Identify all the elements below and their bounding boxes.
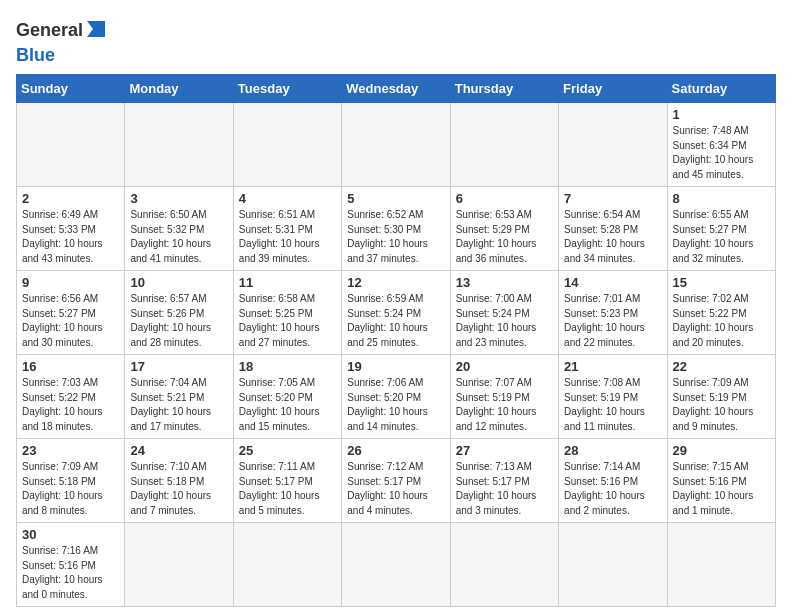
calendar-day: 7Sunrise: 6:54 AM Sunset: 5:28 PM Daylig…: [559, 187, 667, 271]
calendar-day: 26Sunrise: 7:12 AM Sunset: 5:17 PM Dayli…: [342, 439, 450, 523]
day-info: Sunrise: 7:48 AM Sunset: 6:34 PM Dayligh…: [673, 124, 770, 182]
calendar-day: 18Sunrise: 7:05 AM Sunset: 5:20 PM Dayli…: [233, 355, 341, 439]
calendar-day: 13Sunrise: 7:00 AM Sunset: 5:24 PM Dayli…: [450, 271, 558, 355]
calendar-header-row: SundayMondayTuesdayWednesdayThursdayFrid…: [17, 75, 776, 103]
calendar-day: 21Sunrise: 7:08 AM Sunset: 5:19 PM Dayli…: [559, 355, 667, 439]
calendar-day: 1Sunrise: 7:48 AM Sunset: 6:34 PM Daylig…: [667, 103, 775, 187]
day-info: Sunrise: 6:56 AM Sunset: 5:27 PM Dayligh…: [22, 292, 119, 350]
calendar-day: [450, 523, 558, 607]
day-number: 25: [239, 443, 336, 458]
calendar-week-4: 16Sunrise: 7:03 AM Sunset: 5:22 PM Dayli…: [17, 355, 776, 439]
calendar-day: 19Sunrise: 7:06 AM Sunset: 5:20 PM Dayli…: [342, 355, 450, 439]
day-header-monday: Monday: [125, 75, 233, 103]
day-number: 6: [456, 191, 553, 206]
header: GeneralBlue: [16, 16, 776, 66]
day-header-thursday: Thursday: [450, 75, 558, 103]
calendar-day: 29Sunrise: 7:15 AM Sunset: 5:16 PM Dayli…: [667, 439, 775, 523]
day-info: Sunrise: 7:10 AM Sunset: 5:18 PM Dayligh…: [130, 460, 227, 518]
logo-blue: Blue: [16, 45, 55, 66]
calendar-day: 4Sunrise: 6:51 AM Sunset: 5:31 PM Daylig…: [233, 187, 341, 271]
day-info: Sunrise: 7:16 AM Sunset: 5:16 PM Dayligh…: [22, 544, 119, 602]
calendar-day: [125, 103, 233, 187]
day-info: Sunrise: 7:05 AM Sunset: 5:20 PM Dayligh…: [239, 376, 336, 434]
calendar-day: [17, 103, 125, 187]
day-number: 14: [564, 275, 661, 290]
logo: GeneralBlue: [16, 20, 107, 66]
calendar-day: [233, 103, 341, 187]
day-info: Sunrise: 7:04 AM Sunset: 5:21 PM Dayligh…: [130, 376, 227, 434]
day-info: Sunrise: 6:58 AM Sunset: 5:25 PM Dayligh…: [239, 292, 336, 350]
day-info: Sunrise: 7:14 AM Sunset: 5:16 PM Dayligh…: [564, 460, 661, 518]
day-number: 4: [239, 191, 336, 206]
day-number: 1: [673, 107, 770, 122]
day-info: Sunrise: 6:59 AM Sunset: 5:24 PM Dayligh…: [347, 292, 444, 350]
day-number: 15: [673, 275, 770, 290]
day-number: 8: [673, 191, 770, 206]
calendar-day: 12Sunrise: 6:59 AM Sunset: 5:24 PM Dayli…: [342, 271, 450, 355]
day-header-wednesday: Wednesday: [342, 75, 450, 103]
day-number: 10: [130, 275, 227, 290]
day-info: Sunrise: 7:13 AM Sunset: 5:17 PM Dayligh…: [456, 460, 553, 518]
calendar-day: 10Sunrise: 6:57 AM Sunset: 5:26 PM Dayli…: [125, 271, 233, 355]
day-info: Sunrise: 6:50 AM Sunset: 5:32 PM Dayligh…: [130, 208, 227, 266]
calendar-day: 28Sunrise: 7:14 AM Sunset: 5:16 PM Dayli…: [559, 439, 667, 523]
calendar-day: 14Sunrise: 7:01 AM Sunset: 5:23 PM Dayli…: [559, 271, 667, 355]
calendar-day: 23Sunrise: 7:09 AM Sunset: 5:18 PM Dayli…: [17, 439, 125, 523]
calendar-week-2: 2Sunrise: 6:49 AM Sunset: 5:33 PM Daylig…: [17, 187, 776, 271]
day-number: 17: [130, 359, 227, 374]
day-info: Sunrise: 7:07 AM Sunset: 5:19 PM Dayligh…: [456, 376, 553, 434]
day-number: 18: [239, 359, 336, 374]
day-number: 20: [456, 359, 553, 374]
day-header-saturday: Saturday: [667, 75, 775, 103]
svg-marker-0: [87, 21, 105, 37]
calendar-day: 9Sunrise: 6:56 AM Sunset: 5:27 PM Daylig…: [17, 271, 125, 355]
calendar: SundayMondayTuesdayWednesdayThursdayFrid…: [16, 74, 776, 607]
calendar-day: 17Sunrise: 7:04 AM Sunset: 5:21 PM Dayli…: [125, 355, 233, 439]
calendar-day: 8Sunrise: 6:55 AM Sunset: 5:27 PM Daylig…: [667, 187, 775, 271]
day-info: Sunrise: 7:15 AM Sunset: 5:16 PM Dayligh…: [673, 460, 770, 518]
day-info: Sunrise: 7:01 AM Sunset: 5:23 PM Dayligh…: [564, 292, 661, 350]
calendar-day: 25Sunrise: 7:11 AM Sunset: 5:17 PM Dayli…: [233, 439, 341, 523]
day-info: Sunrise: 7:09 AM Sunset: 5:18 PM Dayligh…: [22, 460, 119, 518]
calendar-day: [342, 523, 450, 607]
day-info: Sunrise: 7:08 AM Sunset: 5:19 PM Dayligh…: [564, 376, 661, 434]
day-number: 24: [130, 443, 227, 458]
day-info: Sunrise: 6:49 AM Sunset: 5:33 PM Dayligh…: [22, 208, 119, 266]
calendar-day: [667, 523, 775, 607]
calendar-day: 5Sunrise: 6:52 AM Sunset: 5:30 PM Daylig…: [342, 187, 450, 271]
day-number: 16: [22, 359, 119, 374]
calendar-day: 20Sunrise: 7:07 AM Sunset: 5:19 PM Dayli…: [450, 355, 558, 439]
calendar-day: [233, 523, 341, 607]
day-header-sunday: Sunday: [17, 75, 125, 103]
day-info: Sunrise: 7:03 AM Sunset: 5:22 PM Dayligh…: [22, 376, 119, 434]
calendar-week-5: 23Sunrise: 7:09 AM Sunset: 5:18 PM Dayli…: [17, 439, 776, 523]
day-number: 19: [347, 359, 444, 374]
calendar-day: 3Sunrise: 6:50 AM Sunset: 5:32 PM Daylig…: [125, 187, 233, 271]
calendar-week-1: 1Sunrise: 7:48 AM Sunset: 6:34 PM Daylig…: [17, 103, 776, 187]
day-header-tuesday: Tuesday: [233, 75, 341, 103]
day-info: Sunrise: 7:09 AM Sunset: 5:19 PM Dayligh…: [673, 376, 770, 434]
day-number: 26: [347, 443, 444, 458]
day-number: 28: [564, 443, 661, 458]
day-number: 12: [347, 275, 444, 290]
day-number: 2: [22, 191, 119, 206]
calendar-day: [342, 103, 450, 187]
day-number: 11: [239, 275, 336, 290]
day-info: Sunrise: 6:53 AM Sunset: 5:29 PM Dayligh…: [456, 208, 553, 266]
logo-line1: General: [16, 20, 107, 41]
day-number: 29: [673, 443, 770, 458]
calendar-week-6: 30Sunrise: 7:16 AM Sunset: 5:16 PM Dayli…: [17, 523, 776, 607]
calendar-day: 2Sunrise: 6:49 AM Sunset: 5:33 PM Daylig…: [17, 187, 125, 271]
calendar-day: 15Sunrise: 7:02 AM Sunset: 5:22 PM Dayli…: [667, 271, 775, 355]
calendar-day: 11Sunrise: 6:58 AM Sunset: 5:25 PM Dayli…: [233, 271, 341, 355]
calendar-day: [450, 103, 558, 187]
day-number: 30: [22, 527, 119, 542]
day-number: 5: [347, 191, 444, 206]
day-info: Sunrise: 6:52 AM Sunset: 5:30 PM Dayligh…: [347, 208, 444, 266]
day-number: 21: [564, 359, 661, 374]
day-info: Sunrise: 7:00 AM Sunset: 5:24 PM Dayligh…: [456, 292, 553, 350]
day-number: 9: [22, 275, 119, 290]
day-info: Sunrise: 6:51 AM Sunset: 5:31 PM Dayligh…: [239, 208, 336, 266]
calendar-day: [559, 523, 667, 607]
day-info: Sunrise: 7:12 AM Sunset: 5:17 PM Dayligh…: [347, 460, 444, 518]
